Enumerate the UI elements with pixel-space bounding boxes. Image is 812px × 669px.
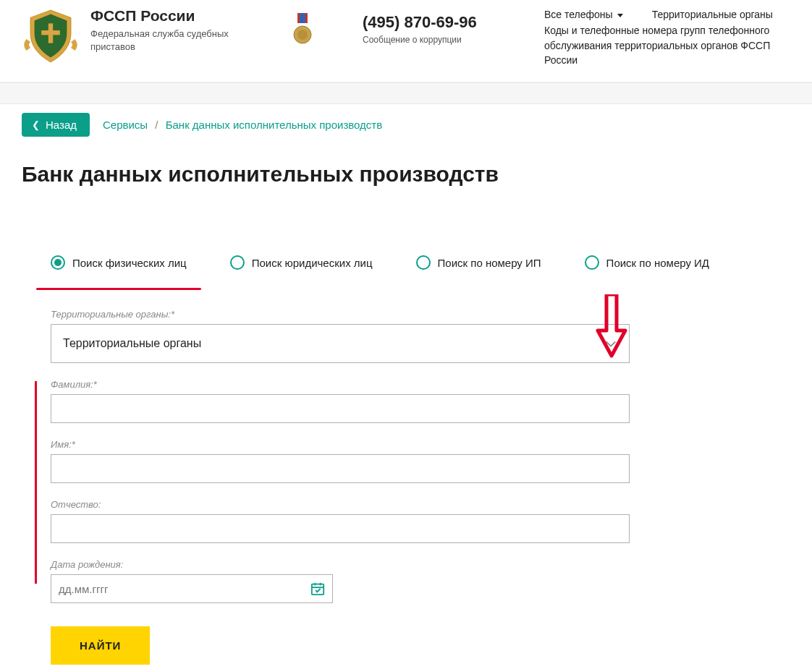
fssp-emblem-icon [22, 7, 80, 65]
back-button[interactable]: ❮ Назад [22, 113, 90, 137]
crumb-services[interactable]: Сервисы [103, 119, 148, 131]
medal-block [293, 13, 312, 45]
page-body: ❮ Назад Сервисы / Банк данных исполнител… [0, 104, 812, 669]
back-button-label: Назад [46, 119, 77, 131]
medal-icon [293, 13, 312, 45]
annotation-arrow-icon [593, 294, 630, 359]
territory-group: Территориальные органы:* Территориальные… [51, 309, 630, 363]
svg-rect-3 [297, 13, 300, 23]
radio-icon [585, 255, 599, 270]
breadcrumb: Сервисы / Банк данных исполнительных про… [103, 119, 382, 131]
active-underline [36, 288, 201, 290]
top-links: Все телефоны Территориальные органы Коды… [544, 7, 798, 67]
breadcrumb-separator: / [155, 119, 158, 131]
svg-rect-1 [41, 30, 60, 35]
search-tabs: Поиск физических лиц Поиск юридических л… [22, 255, 790, 273]
link-territorial[interactable]: Территориальные органы [652, 7, 773, 22]
tab-legal-entities[interactable]: Поиск юридических лиц [230, 255, 373, 273]
gray-band [0, 82, 812, 104]
svg-point-6 [297, 30, 308, 40]
middlename-input[interactable] [51, 514, 630, 543]
territory-select[interactable]: Территориальные органы [51, 324, 630, 363]
radio-icon [230, 255, 245, 270]
link-codes[interactable]: Коды и телефонные номера групп телефонно… [544, 25, 770, 66]
brand-text: ФССП России Федеральная служба судебных … [90, 7, 235, 54]
tab-individuals[interactable]: Поиск физических лиц [51, 255, 187, 273]
phone-label: Сообщение о коррупции [363, 35, 477, 45]
tab-label: Поиск по номеру ИП [438, 257, 541, 269]
tab-label: Поиск физических лиц [72, 257, 187, 269]
page-title: Банк данных исполнительных производств [22, 162, 790, 187]
radio-icon [416, 255, 431, 270]
annotation-side-line [35, 381, 37, 584]
tab-label: Поиск по номеру ИД [606, 257, 709, 269]
submit-button[interactable]: НАЙТИ [51, 626, 150, 665]
caret-down-icon [617, 14, 623, 17]
dob-label: Дата рождения: [51, 559, 333, 570]
firstname-label: Имя:* [51, 439, 630, 450]
firstname-input[interactable] [51, 454, 630, 483]
svg-rect-7 [312, 584, 323, 595]
dob-input[interactable] [59, 583, 305, 595]
territory-label: Территориальные органы:* [51, 309, 630, 320]
chevron-left-icon: ❮ [32, 119, 40, 130]
firstname-group: Имя:* [51, 439, 630, 483]
header: ФССП России Федеральная служба судебных … [0, 0, 812, 82]
lastname-label: Фамилия:* [51, 379, 630, 390]
tab-label: Поиск юридических лиц [252, 257, 373, 269]
tab-by-ip-number[interactable]: Поиск по номеру ИП [416, 255, 541, 273]
dob-input-wrap[interactable] [51, 574, 333, 603]
lastname-input[interactable] [51, 394, 630, 423]
phone-number[interactable]: (495) 870-69-96 [363, 13, 477, 32]
nav-row: ❮ Назад Сервисы / Банк данных исполнител… [22, 113, 790, 137]
svg-rect-4 [305, 13, 308, 23]
calendar-icon[interactable] [310, 581, 325, 596]
dob-group: Дата рождения: [51, 559, 333, 603]
territory-selected-value: Территориальные органы [63, 337, 201, 350]
tab-by-id-number[interactable]: Поиск по номеру ИД [585, 255, 709, 273]
search-form: Территориальные органы:* Территориальные… [22, 309, 630, 665]
middlename-label: Отчество: [51, 499, 630, 510]
brand-subtitle: Федеральная служба судебных приставов [90, 27, 235, 54]
middlename-group: Отчество: [51, 499, 630, 543]
radio-icon [51, 255, 65, 270]
crumb-current[interactable]: Банк данных исполнительных производств [166, 119, 383, 131]
link-all-phones[interactable]: Все телефоны [544, 7, 623, 22]
phone-block: (495) 870-69-96 Сообщение о коррупции [363, 13, 477, 45]
lastname-group: Фамилия:* [51, 379, 630, 423]
logo-block: ФССП России Федеральная служба судебных … [22, 7, 235, 65]
brand-title: ФССП России [90, 7, 235, 25]
